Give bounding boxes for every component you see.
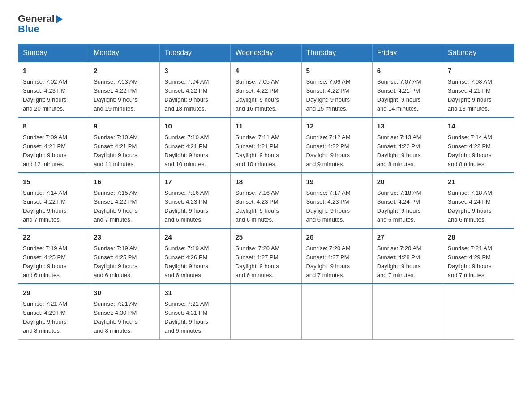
week-row-2: 8Sunrise: 7:09 AMSunset: 4:21 PMDaylight… [18, 117, 514, 173]
day-info: Sunrise: 7:04 AMSunset: 4:22 PMDaylight:… [164, 78, 209, 112]
day-info: Sunrise: 7:18 AMSunset: 4:24 PMDaylight:… [448, 189, 492, 223]
day-info: Sunrise: 7:06 AMSunset: 4:22 PMDaylight:… [306, 78, 351, 112]
day-info: Sunrise: 7:20 AMSunset: 4:27 PMDaylight:… [306, 245, 351, 278]
header-day-tuesday: Tuesday [160, 44, 231, 62]
day-cell-17: 17Sunrise: 7:16 AMSunset: 4:23 PMDayligh… [160, 173, 231, 228]
day-cell-21: 21Sunrise: 7:18 AMSunset: 4:24 PMDayligh… [443, 173, 514, 228]
day-number: 11 [235, 121, 296, 132]
day-info: Sunrise: 7:19 AMSunset: 4:25 PMDaylight:… [23, 245, 67, 278]
day-info: Sunrise: 7:08 AMSunset: 4:21 PMDaylight:… [448, 78, 492, 112]
day-info: Sunrise: 7:14 AMSunset: 4:22 PMDaylight:… [23, 189, 67, 223]
day-cell-13: 13Sunrise: 7:13 AMSunset: 4:22 PMDayligh… [372, 117, 443, 173]
day-info: Sunrise: 7:14 AMSunset: 4:22 PMDaylight:… [448, 134, 492, 167]
day-number: 25 [235, 232, 296, 243]
logo: General Blue [18, 13, 63, 35]
day-cell-20: 20Sunrise: 7:18 AMSunset: 4:24 PMDayligh… [372, 173, 443, 228]
week-row-1: 1Sunrise: 7:02 AMSunset: 4:23 PMDaylight… [18, 62, 514, 117]
day-cell-12: 12Sunrise: 7:12 AMSunset: 4:22 PMDayligh… [301, 117, 372, 173]
day-number: 2 [94, 66, 155, 76]
day-info: Sunrise: 7:13 AMSunset: 4:22 PMDaylight:… [377, 134, 421, 167]
header-day-friday: Friday [372, 44, 443, 62]
day-number: 16 [94, 177, 155, 187]
day-number: 7 [448, 66, 509, 76]
day-info: Sunrise: 7:21 AMSunset: 4:29 PMDaylight:… [23, 300, 67, 334]
week-row-3: 15Sunrise: 7:14 AMSunset: 4:22 PMDayligh… [18, 173, 514, 228]
day-cell-19: 19Sunrise: 7:17 AMSunset: 4:23 PMDayligh… [301, 173, 372, 228]
day-cell-27: 27Sunrise: 7:20 AMSunset: 4:28 PMDayligh… [372, 228, 443, 284]
day-cell-3: 3Sunrise: 7:04 AMSunset: 4:22 PMDaylight… [160, 62, 231, 117]
day-number: 27 [377, 232, 438, 243]
day-info: Sunrise: 7:09 AMSunset: 4:21 PMDaylight:… [23, 134, 67, 167]
day-info: Sunrise: 7:16 AMSunset: 4:23 PMDaylight:… [235, 189, 279, 223]
day-info: Sunrise: 7:21 AMSunset: 4:29 PMDaylight:… [448, 245, 492, 278]
day-number: 15 [23, 177, 84, 187]
day-cell-28: 28Sunrise: 7:21 AMSunset: 4:29 PMDayligh… [443, 228, 514, 284]
day-cell-14: 14Sunrise: 7:14 AMSunset: 4:22 PMDayligh… [443, 117, 514, 173]
day-number: 1 [23, 66, 84, 76]
day-number: 8 [23, 121, 84, 132]
day-number: 31 [164, 288, 226, 298]
header-day-monday: Monday [89, 44, 160, 62]
logo-line2: Blue [18, 23, 39, 35]
day-cell-7: 7Sunrise: 7:08 AMSunset: 4:21 PMDaylight… [443, 62, 514, 117]
day-number: 10 [164, 121, 226, 132]
day-cell-26: 26Sunrise: 7:20 AMSunset: 4:27 PMDayligh… [301, 228, 372, 284]
day-cell-10: 10Sunrise: 7:10 AMSunset: 4:21 PMDayligh… [160, 117, 231, 173]
day-number: 23 [94, 232, 155, 243]
day-number: 29 [23, 288, 84, 298]
day-info: Sunrise: 7:07 AMSunset: 4:21 PMDaylight:… [377, 78, 421, 112]
day-cell-6: 6Sunrise: 7:07 AMSunset: 4:21 PMDaylight… [372, 62, 443, 117]
day-info: Sunrise: 7:11 AMSunset: 4:21 PMDaylight:… [235, 134, 279, 167]
day-info: Sunrise: 7:15 AMSunset: 4:22 PMDaylight:… [94, 189, 138, 223]
day-number: 14 [448, 121, 509, 132]
day-info: Sunrise: 7:10 AMSunset: 4:21 PMDaylight:… [164, 134, 209, 167]
day-number: 17 [164, 177, 226, 187]
empty-cell [443, 284, 514, 339]
day-cell-23: 23Sunrise: 7:19 AMSunset: 4:25 PMDayligh… [89, 228, 160, 284]
day-cell-8: 8Sunrise: 7:09 AMSunset: 4:21 PMDaylight… [18, 117, 89, 173]
day-cell-18: 18Sunrise: 7:16 AMSunset: 4:23 PMDayligh… [231, 173, 301, 228]
day-info: Sunrise: 7:19 AMSunset: 4:25 PMDaylight:… [94, 245, 138, 278]
day-cell-11: 11Sunrise: 7:11 AMSunset: 4:21 PMDayligh… [231, 117, 301, 173]
day-number: 19 [306, 177, 368, 187]
day-number: 22 [23, 232, 84, 243]
day-cell-25: 25Sunrise: 7:20 AMSunset: 4:27 PMDayligh… [231, 228, 301, 284]
day-info: Sunrise: 7:16 AMSunset: 4:23 PMDaylight:… [164, 189, 209, 223]
day-cell-5: 5Sunrise: 7:06 AMSunset: 4:22 PMDaylight… [301, 62, 372, 117]
empty-cell [231, 284, 301, 339]
header-day-thursday: Thursday [301, 44, 372, 62]
day-number: 3 [164, 66, 226, 76]
day-number: 18 [235, 177, 296, 187]
week-row-5: 29Sunrise: 7:21 AMSunset: 4:29 PMDayligh… [18, 284, 514, 339]
day-info: Sunrise: 7:12 AMSunset: 4:22 PMDaylight:… [306, 134, 351, 167]
day-cell-2: 2Sunrise: 7:03 AMSunset: 4:22 PMDaylight… [89, 62, 160, 117]
day-number: 26 [306, 232, 368, 243]
day-number: 4 [235, 66, 296, 76]
empty-cell [301, 284, 372, 339]
day-number: 6 [377, 66, 438, 76]
header: General Blue [18, 13, 514, 35]
day-cell-22: 22Sunrise: 7:19 AMSunset: 4:25 PMDayligh… [18, 228, 89, 284]
header-day-sunday: Sunday [18, 44, 89, 62]
week-row-4: 22Sunrise: 7:19 AMSunset: 4:25 PMDayligh… [18, 228, 514, 284]
day-info: Sunrise: 7:17 AMSunset: 4:23 PMDaylight:… [306, 189, 351, 223]
calendar-header-row: SundayMondayTuesdayWednesdayThursdayFrid… [18, 44, 514, 62]
day-cell-1: 1Sunrise: 7:02 AMSunset: 4:23 PMDaylight… [18, 62, 89, 117]
day-cell-29: 29Sunrise: 7:21 AMSunset: 4:29 PMDayligh… [18, 284, 89, 339]
day-info: Sunrise: 7:19 AMSunset: 4:26 PMDaylight:… [164, 245, 209, 278]
day-cell-31: 31Sunrise: 7:21 AMSunset: 4:31 PMDayligh… [160, 284, 231, 339]
day-info: Sunrise: 7:05 AMSunset: 4:22 PMDaylight:… [235, 78, 279, 112]
day-number: 9 [94, 121, 155, 132]
day-cell-4: 4Sunrise: 7:05 AMSunset: 4:22 PMDaylight… [231, 62, 301, 117]
day-info: Sunrise: 7:10 AMSunset: 4:21 PMDaylight:… [94, 134, 138, 167]
day-number: 28 [448, 232, 509, 243]
day-number: 13 [377, 121, 438, 132]
day-info: Sunrise: 7:20 AMSunset: 4:27 PMDaylight:… [235, 245, 279, 278]
header-day-saturday: Saturday [443, 44, 514, 62]
day-cell-24: 24Sunrise: 7:19 AMSunset: 4:26 PMDayligh… [160, 228, 231, 284]
day-cell-15: 15Sunrise: 7:14 AMSunset: 4:22 PMDayligh… [18, 173, 89, 228]
day-info: Sunrise: 7:21 AMSunset: 4:30 PMDaylight:… [94, 300, 138, 334]
calendar: SundayMondayTuesdayWednesdayThursdayFrid… [18, 44, 514, 339]
empty-cell [372, 284, 443, 339]
logo-line1: General [18, 13, 63, 24]
